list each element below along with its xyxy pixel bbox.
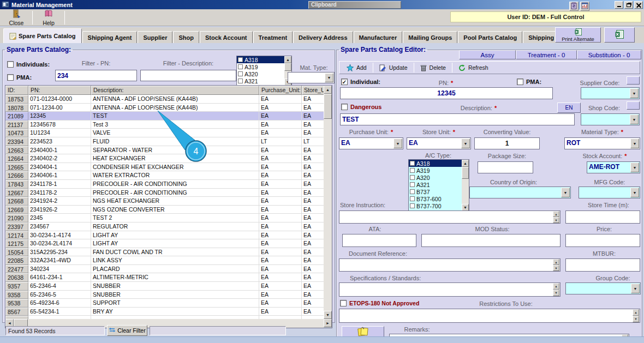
material-type-combo[interactable]: ROT <box>564 137 640 149</box>
pma-checkbox[interactable]: PMA: <box>517 79 541 85</box>
table-row[interactable]: 2113712345678Test 3EAEA <box>5 121 324 129</box>
individuals-checkbox[interactable]: Individuals: <box>7 61 50 68</box>
price-input[interactable] <box>565 234 640 247</box>
dangerous-checkbox[interactable]: Dangerous <box>341 104 381 110</box>
scroll-up-icon[interactable] <box>284 56 291 63</box>
dropdown-arrow-icon[interactable] <box>393 139 402 148</box>
delete-button[interactable]: Delete <box>415 63 451 73</box>
scrollbar-track[interactable] <box>462 179 469 204</box>
table-row[interactable]: 18078071-1234-00ANTENNA - ADF LOOP/SENSE… <box>5 104 324 112</box>
filter-pn-input[interactable] <box>55 70 137 81</box>
package-size-input[interactable] <box>478 161 533 173</box>
help-button[interactable]: Help <box>35 10 62 26</box>
tab-supplier[interactable]: Supplier <box>138 31 172 43</box>
list-item-a321[interactable]: A321 <box>409 181 462 188</box>
table-row[interactable]: 22477340234PLACARDEAEA <box>5 265 324 274</box>
checkbox-icon[interactable] <box>410 203 415 208</box>
dropdown-arrow-icon[interactable] <box>631 284 640 293</box>
tab-stock-account[interactable]: Stock Account <box>200 31 253 43</box>
update-button[interactable]: Update <box>374 63 413 73</box>
mod-status-input[interactable] <box>421 234 560 247</box>
table-row[interactable]: 953865-49234-6SUPPORTEAEA <box>5 299 324 308</box>
list-item-a320[interactable]: A320 <box>409 174 462 181</box>
restore-button[interactable] <box>624 1 633 9</box>
checkbox-icon[interactable] <box>238 79 243 83</box>
spinner-up-icon[interactable] <box>553 211 559 217</box>
ac-type-scrollbar[interactable] <box>462 160 469 211</box>
dropdown-arrow-icon[interactable] <box>561 188 570 197</box>
dropdown-arrow-icon[interactable] <box>630 188 639 197</box>
table-row[interactable]: 178432341178-1PRECOOLER - AIR CONDITIONI… <box>5 180 324 189</box>
table-row[interactable]: 1217530-0234-2L4174LIGHT AYEAEA <box>5 239 324 248</box>
chart-window-button[interactable] <box>580 2 589 11</box>
table-vertical-scrollbar[interactable] <box>324 86 332 319</box>
description-input[interactable] <box>340 113 575 125</box>
tab-mailing-groups[interactable]: Mailing Groups <box>403 31 457 43</box>
scrollbar-thumb[interactable] <box>462 167 469 179</box>
scroll-up-icon[interactable] <box>324 86 332 94</box>
table-row[interactable]: 126692341926-2NGS OZONE CONVERTEREAEA <box>5 206 324 214</box>
ata-input[interactable] <box>342 234 416 247</box>
filter-description-input[interactable] <box>140 70 236 81</box>
dropdown-arrow-icon[interactable] <box>630 115 639 124</box>
close-button[interactable]: Close <box>3 10 29 26</box>
table-row[interactable]: 126662340406-1WATER EXTRACTOREAEA <box>5 171 324 180</box>
scroll-down-icon[interactable] <box>324 311 332 319</box>
list-item-a318[interactable]: A318 <box>237 56 284 63</box>
table-row[interactable]: 126682341924-2NGS HEAT EXCHANGEREAEA <box>5 197 324 206</box>
spinner-down-icon[interactable] <box>553 217 559 223</box>
checkbox-icon[interactable] <box>238 64 243 69</box>
checkbox-icon[interactable] <box>238 57 243 62</box>
mfg-code-combo[interactable] <box>579 186 640 198</box>
list-item-a319[interactable]: A319 <box>409 167 462 174</box>
tab-spare-parts-catalog[interactable]: Spare Parts Catalog <box>3 28 82 43</box>
list-item-b737-700[interactable]: B737-700 <box>409 202 462 209</box>
minimize-button[interactable] <box>615 1 623 9</box>
table-row[interactable]: 233942234523FLUIDLTLT <box>5 137 324 146</box>
refresh-button[interactable]: Refresh <box>454 63 493 73</box>
dropdown-arrow-icon[interactable] <box>630 139 639 148</box>
list-item-a319[interactable]: A319 <box>237 63 284 70</box>
table-row[interactable]: 2108912345TESTEAEA <box>5 112 324 121</box>
pma-filter-checkbox[interactable]: PMA: <box>7 74 32 81</box>
dropdown-arrow-icon[interactable] <box>630 163 639 172</box>
export-excel-button[interactable] <box>604 27 635 43</box>
checkbox-icon[interactable] <box>410 161 415 166</box>
table-row[interactable]: 15054315A2295-234FAN DUCT COWL AND TREAE… <box>5 248 324 257</box>
supplier-lookup-button[interactable] <box>627 76 640 85</box>
dropdown-arrow-icon[interactable] <box>461 139 470 148</box>
table-row[interactable]: 935765-2346-4SNUBBEREAEA <box>5 282 324 291</box>
column-header-store-unit[interactable]: Store_Unit: <box>302 86 324 95</box>
list-item-a320[interactable]: A320 <box>237 70 284 77</box>
table-row[interactable]: 1217430-0234-1-4174LIGHT AYEAEA <box>5 231 324 240</box>
editor-tab-substitution-0[interactable]: Substitution - 0 <box>577 50 641 59</box>
spinner-up-icon[interactable] <box>553 283 559 290</box>
checkbox-icon[interactable] <box>410 168 415 173</box>
table-row[interactable]: 935865-2346-5SNUBBEREAEA <box>5 291 324 299</box>
stock-account-combo[interactable]: AME-ROT <box>587 161 640 173</box>
add-button[interactable]: Add <box>342 63 372 73</box>
scrollbar-thumb[interactable] <box>284 63 291 71</box>
table-row[interactable]: 210902345TEST 2EAEA <box>5 214 324 222</box>
store-instruction-input[interactable] <box>339 210 560 224</box>
mat-type-combo[interactable] <box>288 72 335 83</box>
table-row[interactable]: 22085332A2341-4WDLINK ASSYEAEA <box>5 256 324 265</box>
converting-value-input[interactable] <box>474 137 540 149</box>
en-language-button[interactable]: EN <box>557 103 581 113</box>
column-header-id[interactable]: ID: <box>5 86 28 95</box>
close-window-button[interactable] <box>634 1 643 9</box>
dropdown-arrow-icon[interactable] <box>630 88 639 98</box>
checkbox-icon[interactable] <box>410 196 415 201</box>
individual-checkbox[interactable]: Individual: <box>341 79 380 85</box>
table-row[interactable]: 18753071-01234-0000ANTENNA - ADF LOOP/SE… <box>5 95 324 104</box>
print-alternate-button[interactable]: Print Alternate <box>555 27 601 43</box>
table-row[interactable]: 126642340402-2HEAT EXCHANGEREAEA <box>5 154 324 163</box>
country-of-origin-combo[interactable] <box>469 186 571 198</box>
list-item-a318[interactable]: A318 <box>409 160 462 167</box>
tab-pool-parts-catalog[interactable]: Pool Parts Catalog <box>458 31 522 43</box>
store-unit-combo[interactable]: EA <box>407 137 471 149</box>
shop-lookup-button[interactable] <box>627 101 640 110</box>
spinner-down-icon[interactable] <box>553 290 559 296</box>
pn-input[interactable] <box>340 87 553 99</box>
clipboard-window-titlebar[interactable]: Clipboard <box>308 1 401 9</box>
